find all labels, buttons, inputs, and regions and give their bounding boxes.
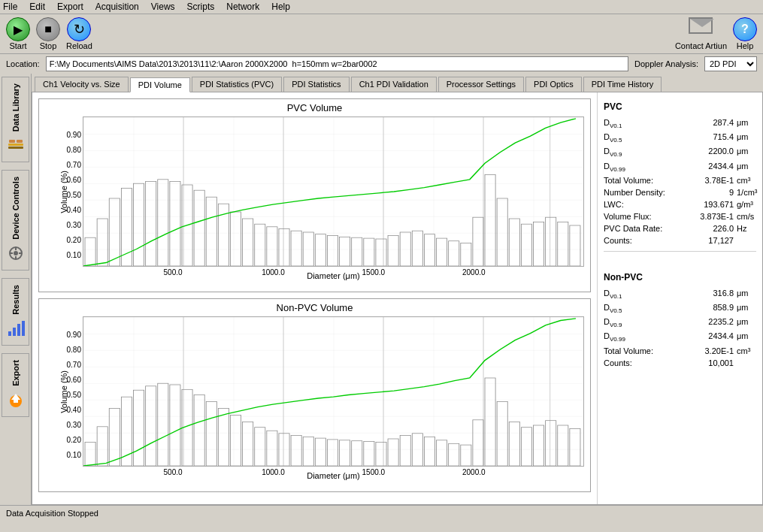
- menu-file[interactable]: File: [3, 2, 17, 12]
- pvc-counts-row: Counts: 17,127: [604, 236, 756, 245]
- nonpvc-total-volume-value: 3.20E-1: [681, 346, 734, 355]
- pvc-volume-chart: PVC Volume Volume (%): [38, 98, 591, 292]
- pvc-counts-value: 17,127: [681, 236, 734, 245]
- svg-rect-11: [13, 328, 16, 336]
- contact-button[interactable]: [686, 17, 716, 41]
- tab-ch1-pdi-validation[interactable]: Ch1 PDI Validation: [351, 77, 437, 92]
- menu-acquisition[interactable]: Acquisition: [95, 2, 139, 12]
- nonpvc-total-volume-label: Total Volume:: [604, 346, 681, 355]
- pvc-counts-label: Counts:: [604, 236, 681, 245]
- menu-views[interactable]: Views: [151, 2, 175, 12]
- svg-rect-0: [8, 147, 23, 149]
- stop-group: ■ Stop: [36, 17, 60, 50]
- pvc-total-volume-unit: cm³: [734, 176, 756, 185]
- nonpvc-dv09-row: DV0.9 2235.2 μm: [604, 317, 756, 328]
- nonpvc-stats-section: Non-PVC DV0.1 316.8 μm DV0.5 858.9 μm DV…: [604, 272, 756, 367]
- contact-label: Contact Artiun: [675, 41, 727, 50]
- start-group: ▶ Start: [6, 17, 30, 50]
- tab-bar: Ch1 Velocity vs. Size PDI Volume PDI Sta…: [32, 74, 763, 92]
- pvc-dv099-label: DV0.99: [604, 162, 681, 173]
- nonpvc-volume-chart: Non-PVC Volume Volume (%): [38, 298, 591, 492]
- nonpvc-dv05-row: DV0.5 858.9 μm: [604, 303, 756, 314]
- toolbar: ▶ Start ■ Stop ↻ Reload Contact Artiun ?…: [0, 14, 763, 54]
- pvc-stats-title: PVC: [604, 101, 756, 112]
- left-sidebar: Data Library Device Controls: [0, 74, 32, 505]
- main-content: Data Library Device Controls: [0, 74, 763, 505]
- nonpvc-dv01-value: 316.8: [681, 289, 734, 298]
- pvc-dv01-row: DV0.1 287.4 μm: [604, 118, 756, 129]
- sidebar-results-label: Results: [11, 285, 20, 315]
- export-icon: [5, 389, 26, 410]
- status-bar: Data Acquisition Stopped: [0, 505, 763, 520]
- tab-pdi-statistics[interactable]: PDI Statistics: [283, 77, 349, 92]
- nonpvc-counts-row: Counts: 10,001: [604, 358, 756, 367]
- content-area: PVC Volume Volume (%): [32, 92, 763, 505]
- tab-processor-settings[interactable]: Processor Settings: [438, 77, 524, 92]
- nonpvc-dv05-label: DV0.5: [604, 303, 681, 314]
- svg-rect-12: [17, 324, 20, 336]
- pvc-number-density-label: Number Density:: [604, 188, 681, 197]
- menu-scripts[interactable]: Scripts: [187, 2, 215, 12]
- pvc-number-density-value: 9: [681, 188, 734, 197]
- pvc-lwc-label: LWC:: [604, 200, 681, 209]
- device-controls-icon: [5, 243, 26, 264]
- svg-rect-16: [14, 400, 18, 403]
- pvc-dv099-row: DV0.99 2434.4 μm: [604, 162, 756, 173]
- location-input[interactable]: [46, 56, 628, 71]
- stats-panel: PVC DV0.1 287.4 μm DV0.5 715.4 μm DV0.9: [597, 92, 762, 504]
- menu-network[interactable]: Network: [226, 2, 259, 12]
- sidebar-data-library-label: Data Library: [11, 83, 20, 131]
- sidebar-device-controls[interactable]: Device Controls: [2, 170, 29, 271]
- help-button[interactable]: ?: [733, 17, 757, 41]
- menu-export[interactable]: Export: [57, 2, 83, 12]
- start-button[interactable]: ▶: [6, 17, 30, 41]
- svg-point-5: [14, 251, 18, 255]
- tab-pdi-volume[interactable]: PDI Volume: [130, 77, 190, 92]
- pvc-dv09-value: 2200.0: [681, 147, 734, 156]
- tab-pdi-statistics-pvc[interactable]: PDI Statistics (PVC): [192, 77, 282, 92]
- help-group: ? Help: [733, 17, 757, 50]
- menu-edit[interactable]: Edit: [29, 2, 45, 12]
- sidebar-export[interactable]: Export: [2, 353, 29, 417]
- pvc-dv099-unit: μm: [734, 162, 756, 171]
- sidebar-results[interactable]: Results: [2, 278, 29, 346]
- nonpvc-counts-label: Counts:: [604, 358, 681, 367]
- tab-pdi-time-history[interactable]: PDI Time History: [583, 77, 662, 92]
- pvc-number-density-unit: 1/cm³: [734, 188, 756, 197]
- menu-help[interactable]: Help: [271, 2, 290, 12]
- results-icon: [5, 318, 26, 339]
- tab-pdi-optics[interactable]: PDI Optics: [525, 77, 582, 92]
- nonpvc-dv09-unit: μm: [734, 317, 756, 326]
- svg-rect-17: [83, 117, 583, 266]
- pvc-data-rate-label: PVC Data Rate:: [604, 224, 681, 233]
- reload-button[interactable]: ↻: [67, 17, 91, 41]
- pvc-dv05-row: DV0.5 715.4 μm: [604, 132, 756, 144]
- pvc-volume-flux-row: Volume Flux: 3.873E-1 cm/s: [604, 212, 756, 221]
- sidebar-device-controls-label: Device Controls: [11, 177, 20, 240]
- nonpvc-dv01-label: DV0.1: [604, 289, 681, 300]
- pvc-total-volume-row: Total Volume: 3.78E-1 cm³: [604, 176, 756, 185]
- pvc-dv05-unit: μm: [734, 132, 756, 141]
- nonpvc-dv099-unit: μm: [734, 331, 756, 340]
- data-library-icon: [5, 135, 26, 156]
- tab-ch1-velocity-size[interactable]: Ch1 Velocity vs. Size: [35, 77, 129, 92]
- tabs-and-content: Ch1 Velocity vs. Size PDI Volume PDI Sta…: [32, 74, 763, 505]
- doppler-select[interactable]: 2D PDI: [704, 56, 757, 71]
- envelope-icon: [689, 17, 713, 34]
- pvc-total-volume-label: Total Volume:: [604, 176, 681, 185]
- pvc-volume-flux-value: 3.873E-1: [681, 212, 734, 221]
- stats-divider: [604, 251, 756, 266]
- nonpvc-dv099-label: DV0.99: [604, 331, 681, 343]
- reload-group: ↻ Reload: [66, 17, 92, 50]
- nonpvc-dv09-value: 2235.2: [681, 317, 734, 326]
- nonpvc-y-ticks: 0.90 0.80 0.70 0.60 0.50 0.40 0.30 0.20 …: [45, 316, 83, 467]
- pvc-lwc-value: 193.671: [681, 200, 734, 209]
- nonpvc-dv01-row: DV0.1 316.8 μm: [604, 289, 756, 300]
- pvc-data-rate-row: PVC Data Rate: 226.0 Hz: [604, 224, 756, 233]
- pvc-dv01-unit: μm: [734, 118, 756, 127]
- nonpvc-dv05-value: 858.9: [681, 303, 734, 312]
- sidebar-data-library[interactable]: Data Library: [2, 77, 29, 162]
- sidebar-export-label: Export: [11, 360, 20, 386]
- stop-button[interactable]: ■: [36, 17, 60, 41]
- pvc-total-volume-value: 3.78E-1: [681, 176, 734, 185]
